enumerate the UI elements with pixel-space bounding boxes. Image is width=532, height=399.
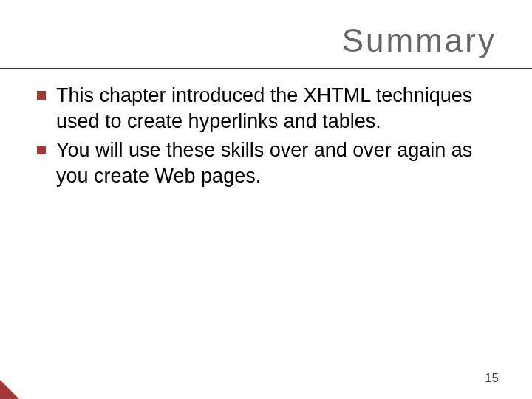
page-title: Summary [0, 22, 497, 59]
content-area: This chapter introduced the XHTML techni… [0, 69, 532, 189]
square-bullet-icon [37, 91, 46, 100]
list-item: You will use these skills over and over … [37, 137, 502, 189]
bullet-text: You will use these skills over and over … [56, 137, 502, 189]
list-item: This chapter introduced the XHTML techni… [37, 83, 502, 134]
bullet-text: This chapter introduced the XHTML techni… [56, 83, 502, 134]
bullet-list: This chapter introduced the XHTML techni… [37, 83, 502, 189]
corner-accent-icon [0, 380, 19, 399]
svg-rect-1 [37, 146, 46, 154]
page-number: 15 [485, 371, 499, 386]
svg-rect-0 [37, 91, 46, 100]
title-area: Summary [0, 0, 532, 68]
square-bullet-icon [37, 146, 46, 154]
